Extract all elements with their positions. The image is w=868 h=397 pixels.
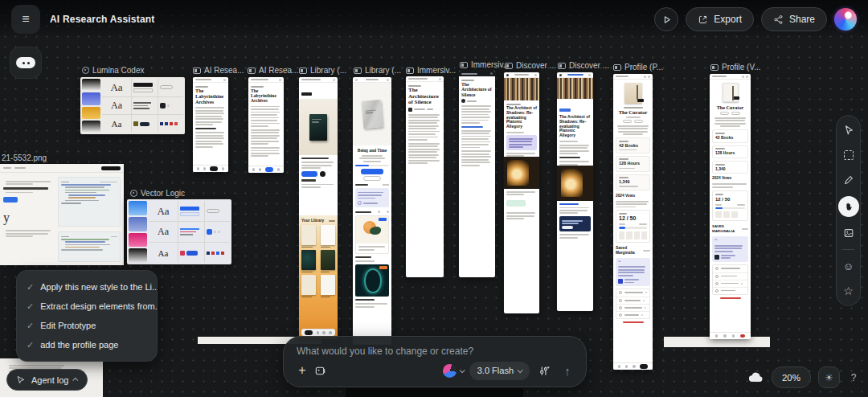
pan-tool[interactable] [838,196,859,217]
menu-button[interactable]: ≡ [11,5,40,34]
frame-ai-research-2[interactable]: The Labyrinthine Archives [248,77,284,173]
phone-topbar [193,77,228,83]
add-button[interactable]: + [293,362,311,379]
badge-chip [379,266,387,269]
send-button[interactable]: ↑ [559,362,576,379]
type-sample: Aa [149,248,178,258]
draw-tool[interactable] [840,171,858,189]
image-tool[interactable] [840,224,858,242]
frame-label-lib1[interactable]: Library (... [299,66,346,75]
agent-log-label: Agent log [31,375,68,385]
paragraph [557,145,593,154]
export-icon [698,14,708,25]
menu-item [713,287,747,294]
tune-button[interactable] [535,362,553,379]
model-avatar-button[interactable] [443,364,464,378]
frame-label-ai1[interactable]: AI Resea... [193,66,244,75]
cloud-icon[interactable] [748,371,764,383]
canvas-app: { "header": { "title": "AI Research Assi… [0,0,868,397]
frame-immersive-2[interactable]: The Architecture of Silence [459,71,495,277]
swatch-grayscale [82,121,100,133]
section-title: Your Library [301,219,324,223]
menu-item [713,280,747,287]
add-image-button[interactable] [311,362,329,379]
progress-track [715,207,745,210]
frame-label-disc1[interactable]: Discover ... [505,61,556,70]
checklist-item[interactable]: ✓Extract design elements from... [17,297,157,316]
paragraph [613,201,653,208]
frame-profile-1[interactable]: The Curator 42 Books 128 Hours 1,340 202… [613,74,653,370]
screen-icon [710,64,719,71]
frame-vector-logic[interactable]: Aa Aa Aa [127,199,231,264]
screen-icon [406,68,414,74]
frame-png-screenshot[interactable]: y [0,164,124,265]
frame-label-text: Discover ... [516,61,556,70]
featured-chip [299,83,338,99]
frame-library-2[interactable]: Being and Time [353,77,391,345]
share-button[interactable]: Share [761,7,827,31]
frame-label-png[interactable]: 21-5532.png [2,153,47,162]
checklist-item-label: Edit Prototype [40,321,96,330]
link-line [559,203,579,205]
frame-library-1[interactable]: Your Library [299,77,338,339]
cursor-icon [843,125,854,136]
stat-value: 128 Hours [715,150,745,155]
frame-label-prof2[interactable]: Profile (V... [710,63,761,72]
highlighted-passage [506,135,537,150]
article-title: The Architect of Shadows: Re-evaluating … [504,106,539,129]
zoom-level[interactable]: 20% [772,366,811,388]
color-swatches [129,201,147,263]
book-hero [353,83,391,145]
favorite-tool[interactable]: ☆ [840,282,858,300]
frame-label-lumina[interactable]: Lumina Codex [82,66,144,75]
check-icon: ✓ [27,282,34,293]
check-icon: ✓ [27,301,34,312]
topbar-actions: Export Share [654,7,857,31]
screen-icon [354,68,362,74]
checklist-item[interactable]: ✓add the profile page [17,335,157,354]
frame-label-lib2[interactable]: Library (... [354,66,401,75]
frame-discover-2[interactable]: The Architect of Shadows: Re-evaluating … [557,72,593,311]
byline [504,132,539,133]
see-all-line [643,250,650,252]
frame-label-vector[interactable]: Vector Logic [130,189,185,198]
code-panel [58,177,121,227]
frame-label-prof1[interactable]: Profile (P... [613,63,663,72]
frame-label-text: Immersiv... [417,66,456,75]
paragraph [459,150,495,166]
paragraph [504,212,539,219]
frame-ai-research-1[interactable]: The Labyrinthine Archives [193,77,228,172]
cta-row [353,176,391,181]
frame-immersive-1[interactable]: The Architecture of Silence [406,76,444,277]
frame-label-ai2[interactable]: AI Resea... [248,66,298,75]
sign-out-line [623,321,644,323]
frame-label-imm2[interactable]: Immersiv... [460,60,510,69]
checklist-item[interactable]: ✓Apply this new style to the Li... [17,277,157,297]
phone-bottom-nav [193,165,228,172]
user-avatar[interactable] [834,8,857,31]
frame-tool[interactable] [840,146,858,164]
screen-icon [505,63,513,69]
frame-label-imm1[interactable]: Immersiv... [406,66,456,75]
select-tool[interactable] [840,121,858,139]
help-button[interactable]: ? [847,372,860,383]
frame-profile-2[interactable]: The Curator 42 Books 128 Hours 1,340 202… [710,74,751,339]
frame-lumina-codex[interactable]: Aa Aa Aa [80,77,185,134]
checklist-item[interactable]: ✓Edit Prototype [17,316,157,335]
play-button[interactable] [654,7,678,31]
badge-chip [379,218,387,221]
sticker-tool[interactable]: ☺ [840,257,858,275]
model-selector[interactable]: 3.0 Flash [469,362,530,380]
palette-icon [82,67,89,74]
frame-label-disc2[interactable]: Discover ... [558,61,609,70]
chat-input[interactable] [297,344,562,358]
export-button[interactable]: Export [686,7,754,31]
collapsed-toolbar-button[interactable] [10,47,42,79]
type-sample: Aa [102,81,131,94]
agent-log-button[interactable]: Agent log [6,369,88,391]
brightness-button[interactable]: ☀ [818,366,840,388]
text-lines [3,230,55,237]
feature-image-card [355,264,389,297]
book-cover-silver [362,100,383,129]
frame-discover-1[interactable]: The Architect of Shadows: Re-evaluating … [504,72,539,313]
